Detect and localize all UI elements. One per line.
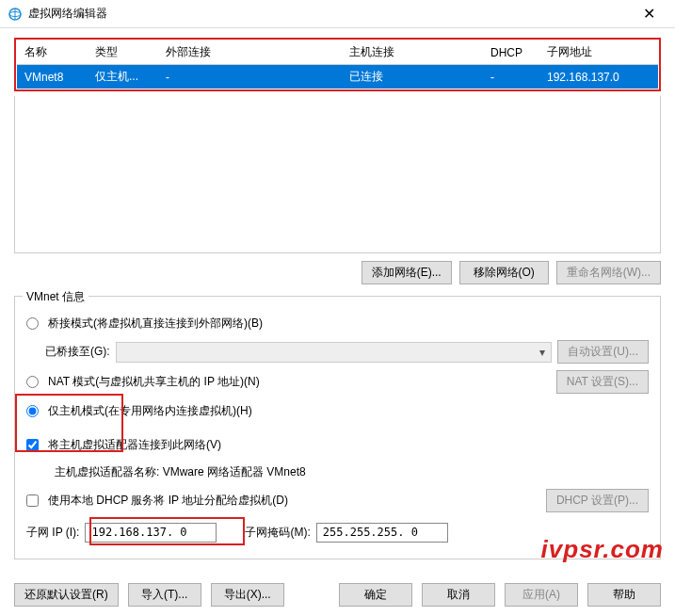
- col-type[interactable]: 类型: [88, 41, 158, 65]
- bridge-label[interactable]: 桥接模式(将虚拟机直接连接到外部网络)(B): [48, 316, 263, 332]
- export-button[interactable]: 导出(X)...: [211, 583, 284, 607]
- table-row[interactable]: VMnet8 仅主机... - 已连接 - 192.168.137.0: [17, 65, 658, 89]
- subnet-mask-label: 子网掩码(M):: [245, 525, 310, 541]
- network-table[interactable]: 名称 类型 外部连接 主机连接 DHCP 子网地址 VMnet8 仅主机... …: [17, 41, 658, 89]
- import-button[interactable]: 导入(T)...: [128, 583, 201, 607]
- dhcp-checkbox[interactable]: [26, 494, 39, 507]
- subnet-ip-label: 子网 IP (I):: [26, 525, 79, 541]
- hostonly-label[interactable]: 仅主机模式(在专用网络内连接虚拟机)(H): [48, 403, 252, 419]
- bridge-to-label: 已桥接至(G):: [45, 344, 110, 360]
- host-adapter-name: 主机虚拟适配器名称: VMware 网络适配器 VMnet8: [55, 464, 306, 480]
- cell-dhcp: -: [483, 65, 539, 89]
- add-network-button[interactable]: 添加网络(E)...: [362, 261, 452, 284]
- nat-label[interactable]: NAT 模式(与虚拟机共享主机的 IP 地址)(N): [48, 374, 260, 390]
- col-external[interactable]: 外部连接: [158, 41, 342, 65]
- col-name[interactable]: 名称: [17, 41, 88, 65]
- cell-external: -: [158, 65, 342, 89]
- apply-button: 应用(A): [505, 583, 578, 607]
- cell-name: VMnet8: [17, 65, 88, 89]
- subnet-mask-field[interactable]: [316, 523, 448, 543]
- cancel-button[interactable]: 取消: [422, 583, 495, 607]
- cell-type: 仅主机...: [88, 65, 158, 89]
- host-adapter-label[interactable]: 将主机虚拟适配器连接到此网络(V): [48, 437, 221, 453]
- bridge-to-combo: [116, 342, 553, 363]
- remove-network-button[interactable]: 移除网络(O): [459, 261, 549, 284]
- vmnet-legend: VMnet 信息: [23, 289, 88, 305]
- hostonly-radio[interactable]: [26, 405, 39, 417]
- host-adapter-checkbox[interactable]: [26, 439, 39, 451]
- bridge-radio[interactable]: [26, 317, 39, 330]
- app-icon: [8, 7, 23, 22]
- close-icon[interactable]: ✕: [630, 5, 667, 23]
- subnet-ip-field[interactable]: [85, 523, 217, 543]
- dhcp-settings-button: DHCP 设置(P)...: [546, 489, 649, 512]
- nat-radio[interactable]: [26, 376, 39, 388]
- col-subnet[interactable]: 子网地址: [539, 41, 658, 65]
- restore-defaults-button[interactable]: 还原默认设置(R): [14, 583, 119, 607]
- network-table-highlight: 名称 类型 外部连接 主机连接 DHCP 子网地址 VMnet8 仅主机... …: [14, 38, 661, 91]
- rename-network-button: 重命名网络(W)...: [556, 261, 661, 284]
- col-host[interactable]: 主机连接: [342, 41, 483, 65]
- table-empty-area[interactable]: [14, 96, 661, 253]
- dhcp-label[interactable]: 使用本地 DHCP 服务将 IP 地址分配给虚拟机(D): [48, 493, 288, 509]
- cell-host: 已连接: [342, 65, 483, 89]
- nat-settings-button: NAT 设置(S)...: [556, 370, 649, 394]
- cell-subnet: 192.168.137.0: [539, 65, 658, 89]
- col-dhcp[interactable]: DHCP: [483, 41, 539, 65]
- help-button[interactable]: 帮助: [587, 583, 661, 607]
- ok-button[interactable]: 确定: [339, 583, 412, 607]
- vmnet-info-group: VMnet 信息 桥接模式(将虚拟机直接连接到外部网络)(B) 已桥接至(G):…: [14, 296, 661, 559]
- window-title: 虚拟网络编辑器: [28, 6, 630, 22]
- auto-settings-button: 自动设置(U)...: [557, 340, 649, 364]
